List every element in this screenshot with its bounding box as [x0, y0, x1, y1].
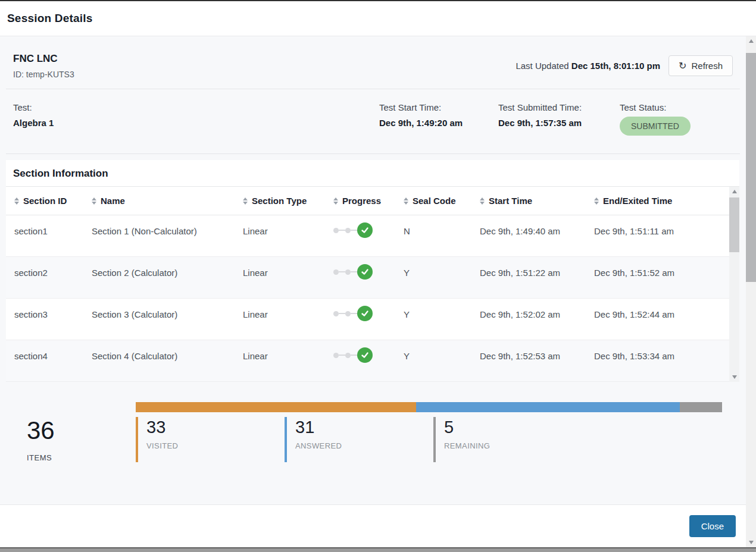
test-submitted-value: Dec 9th, 1:57:35 am — [498, 118, 620, 128]
last-updated-value: Dec 15th, 8:01:10 pm — [571, 61, 660, 71]
cell-section-type: Linear — [243, 268, 333, 298]
cell-end-time: Dec 9th, 1:51:52 am — [594, 268, 729, 298]
cell-progress — [333, 351, 404, 381]
cell-section-id: section2 — [14, 268, 92, 298]
cell-name: Section 1 (Non-Calculator) — [92, 226, 243, 256]
progress-dot — [333, 269, 339, 275]
cell-name: Section 4 (Calculator) — [92, 351, 243, 381]
column-label: Name — [101, 196, 125, 206]
test-start-value: Dec 9th, 1:49:20 am — [379, 118, 498, 128]
column-header-seal-code[interactable]: Seal Code — [404, 196, 480, 206]
session-details-modal: Session Details FNC LNC ID: temp-KUTS3 L… — [0, 0, 756, 552]
cell-end-time: Dec 9th, 1:53:34 am — [594, 351, 729, 381]
cell-section-type: Linear — [243, 226, 333, 256]
session-name: FNC LNC — [13, 53, 74, 65]
progress-complete-indicator — [333, 347, 404, 363]
column-label: Section Type — [252, 196, 307, 206]
column-label: Progress — [342, 196, 381, 206]
scroll-up-icon[interactable] — [729, 187, 739, 196]
cell-progress — [333, 268, 404, 298]
column-label: Start Time — [489, 196, 532, 206]
modal-title: Session Details — [7, 12, 92, 25]
column-header-section-type[interactable]: Section Type — [243, 196, 333, 206]
cell-seal-code: Y — [404, 351, 480, 381]
cell-start-time: Dec 9th, 1:49:40 am — [480, 226, 594, 256]
progress-line — [351, 355, 357, 356]
progress-line — [351, 230, 357, 231]
cell-start-time: Dec 9th, 1:51:22 am — [480, 268, 594, 298]
scroll-down-icon[interactable] — [729, 372, 739, 382]
sort-icon — [480, 197, 485, 205]
modal-header: Session Details — [0, 1, 756, 36]
column-header-section-id[interactable]: Section ID — [14, 196, 92, 206]
stat-answered: 31 ANSWERED — [285, 417, 433, 462]
cell-seal-code: Y — [404, 268, 480, 298]
test-status-field: Test Status: SUBMITTED — [620, 102, 733, 136]
column-header-progress[interactable]: Progress — [333, 196, 404, 206]
check-icon — [357, 222, 373, 238]
cell-name: Section 3 (Calculator) — [92, 309, 243, 340]
test-status-label: Test Status: — [620, 102, 733, 112]
scrollbar-track[interactable] — [729, 196, 739, 372]
progress-dot — [345, 269, 351, 275]
stat-remaining: 5 REMAINING — [433, 417, 582, 462]
stat-visited-label: VISITED — [146, 441, 285, 450]
cell-section-id: section3 — [14, 309, 92, 340]
cell-section-type: Linear — [243, 351, 333, 381]
cell-section-type: Linear — [243, 309, 333, 340]
stat-items: 36 ITEMS — [13, 417, 136, 462]
column-label: Section ID — [23, 196, 67, 206]
progress-dot — [345, 353, 351, 358]
progress-line — [339, 271, 345, 272]
cell-progress — [333, 309, 404, 340]
page-scrollbar[interactable] — [746, 36, 756, 547]
column-header-end-time[interactable]: End/Exited Time — [594, 196, 729, 206]
scroll-down-icon[interactable] — [746, 538, 756, 547]
sort-icon — [92, 197, 96, 205]
cell-end-time: Dec 9th, 1:51:11 am — [594, 226, 729, 256]
refresh-label: Refresh — [691, 61, 723, 71]
progress-line — [339, 313, 345, 314]
items-summary: 36 ITEMS 33 VISITED 31 ANSWERED 5 — [0, 382, 746, 462]
progress-complete-indicator — [333, 264, 404, 280]
close-button[interactable]: Close — [689, 515, 736, 537]
refresh-button[interactable]: ↻ Refresh — [668, 55, 733, 76]
cell-seal-code: N — [404, 226, 480, 256]
cell-end-time: Dec 9th, 1:52:44 am — [594, 309, 729, 340]
test-start-label: Test Start Time: — [379, 102, 498, 112]
sort-icon — [404, 197, 408, 205]
status-badge: SUBMITTED — [620, 117, 691, 136]
stat-items-label: ITEMS — [27, 453, 136, 462]
column-header-name[interactable]: Name — [92, 196, 243, 206]
bar-segment-answered — [416, 402, 680, 412]
sort-icon — [333, 197, 338, 205]
scrollbar-thumb[interactable] — [729, 197, 739, 252]
refresh-icon: ↻ — [679, 61, 686, 71]
table-row: section3 Section 3 (Calculator) Linear — [6, 299, 729, 340]
horizontal-scrollbar[interactable] — [0, 547, 756, 552]
divider — [6, 153, 740, 154]
table-row: section1 Section 1 (Non-Calculator) Line… — [6, 215, 729, 257]
test-name-field: Test: Algebra 1 — [13, 102, 379, 136]
scrollbar-track[interactable] — [746, 46, 756, 538]
cell-start-time: Dec 9th, 1:52:53 am — [480, 351, 594, 381]
test-submitted-field: Test Submitted Time: Dec 9th, 1:57:35 am — [498, 102, 620, 136]
column-header-start-time[interactable]: Start Time — [480, 196, 594, 206]
progress-dot — [345, 311, 351, 316]
cell-progress — [333, 226, 404, 256]
bar-segment-remaining — [680, 402, 722, 412]
check-icon — [357, 347, 373, 363]
progress-line — [351, 313, 357, 314]
progress-line — [339, 230, 345, 231]
table-scrollbar[interactable] — [729, 187, 739, 382]
scrollbar-thumb[interactable] — [746, 53, 756, 282]
cell-seal-code: Y — [404, 309, 480, 340]
stat-remaining-label: REMAINING — [444, 441, 582, 450]
sort-icon — [594, 197, 599, 205]
sort-icon — [14, 197, 19, 205]
progress-dot — [345, 228, 351, 233]
column-label: Seal Code — [413, 196, 456, 206]
check-icon — [357, 306, 373, 321]
stat-remaining-value: 5 — [444, 418, 582, 437]
scroll-up-icon[interactable] — [746, 36, 756, 46]
